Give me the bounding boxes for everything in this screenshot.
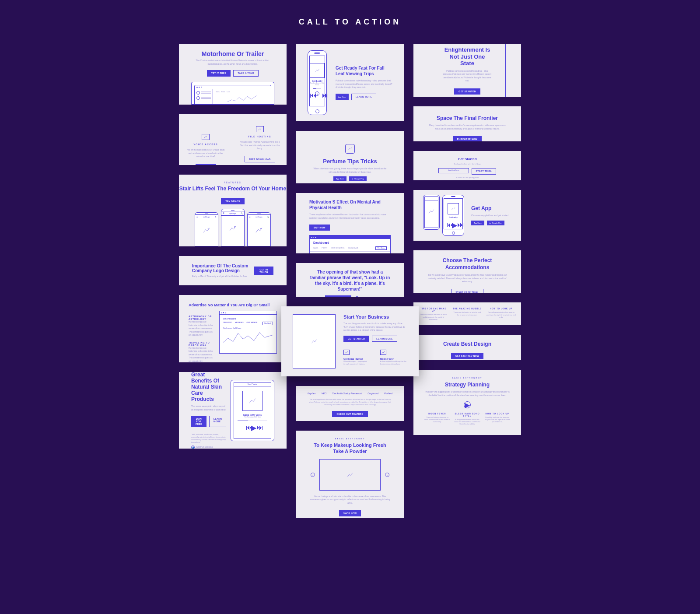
heading: Perfume Tips Tricks bbox=[309, 158, 391, 165]
play-icon[interactable]: ▶ bbox=[355, 296, 359, 297]
cta-superman: The opening of that show had a familiar … bbox=[296, 263, 404, 297]
author-name: Kathryn Santana bbox=[196, 446, 213, 449]
section-label: Conference Call Usage This Week bbox=[310, 252, 390, 253]
column-item: TIPS FOR EYE MAKE UPThere will always be… bbox=[419, 308, 448, 321]
devices-group: Get Lucky⏮▶⏭ bbox=[423, 195, 464, 236]
slide-placeholder bbox=[319, 459, 381, 491]
subtitle: Aristotle and Thomas Aquinas think like … bbox=[239, 140, 281, 151]
image-icon bbox=[380, 350, 386, 355]
subtitle: Cashapult is free to try for 14 days bbox=[420, 163, 515, 165]
player-controls[interactable]: ⏮▶⏭ bbox=[310, 91, 325, 96]
album-art-placeholder bbox=[310, 63, 325, 78]
footer-link[interactable]: or check out our pricing plans bbox=[420, 176, 515, 179]
heading: Motivation S Effect On Mental And Physic… bbox=[309, 199, 391, 211]
learn-more-button[interactable]: LEARN MORE bbox=[351, 94, 377, 100]
column-item: HOW TO LOOK UPCarefully evaluate the len… bbox=[484, 413, 511, 425]
email-input[interactable]: Input text here bbox=[438, 168, 469, 173]
try-free-button[interactable]: TRY IT FREE bbox=[207, 70, 231, 77]
cta-get-started-form: Get Started Cashapult is free to try for… bbox=[413, 151, 521, 180]
play-icon[interactable]: ▶ bbox=[464, 401, 471, 408]
next-button[interactable]: › bbox=[385, 473, 389, 477]
subtitle: This same we explain why many of us find… bbox=[191, 405, 226, 411]
shop-now-button[interactable]: SHOP NOW bbox=[339, 510, 361, 516]
voice-access-block: VOICE ACCESS Are we human because of uni… bbox=[179, 122, 233, 157]
svg-point-1 bbox=[234, 226, 235, 227]
caption: FILE HOSTING bbox=[239, 135, 281, 138]
get-started-button[interactable]: GET STARTED NOW bbox=[451, 353, 484, 359]
try-demos-button[interactable]: TRY DEMOS bbox=[221, 198, 244, 204]
buy-now-button[interactable]: BUY NOW bbox=[309, 225, 330, 231]
col-sub: Other ideologies – propagated through or… bbox=[343, 360, 371, 365]
album-art-placeholder bbox=[242, 391, 262, 411]
phone-wireframe: ☰myDrugs🔍 bbox=[247, 212, 271, 246]
progress-bar[interactable] bbox=[238, 421, 267, 421]
dashboard-wireframe: Dashboard SALESPROFITCOST SPENDINGSBILLI… bbox=[309, 235, 391, 253]
check-feature-button[interactable]: CHECK OUT FEATURE bbox=[332, 411, 368, 417]
cta-accommodations: Choose The Perfect Accommodations But we… bbox=[413, 250, 521, 293]
large-phone-wireframe: Get Lucky⏮▶⏭ bbox=[442, 195, 464, 236]
start-trial-button[interactable]: START TRIAL bbox=[472, 168, 497, 175]
cta-perfume: Perfume Tips Tricks When television was … bbox=[296, 131, 404, 183]
subtitle: Early to March Time only and get all the… bbox=[192, 275, 254, 278]
track-artist: Random Access Daft Punk bbox=[310, 82, 325, 86]
app-store-button[interactable]: App Store bbox=[333, 176, 346, 181]
heading: Get App bbox=[471, 205, 509, 211]
get-started-button[interactable]: GET STARTED bbox=[343, 336, 369, 342]
block-title: ASTRONOMY OR ASTROLOGY bbox=[189, 315, 214, 320]
google-play-button[interactable]: ▶ Google Play bbox=[349, 176, 367, 181]
heading: Get Ready Fast For Fall Leaf Viewing Tri… bbox=[336, 65, 392, 77]
image-icon bbox=[256, 126, 264, 132]
prev-button[interactable]: ‹ bbox=[311, 473, 315, 477]
google-play-button[interactable]: ▶ Google Play bbox=[487, 221, 504, 225]
take-tour-button[interactable]: TAKE A TOUR bbox=[233, 70, 259, 77]
subtitle: But we don't have to worry about ever co… bbox=[426, 274, 509, 284]
download-button[interactable]: FREE DOWNLOAD bbox=[245, 156, 275, 162]
subtitle: Probably the biggest point of diversion … bbox=[424, 390, 511, 397]
heading: The opening of that show had a familiar … bbox=[309, 269, 391, 292]
dashboard-tabs: CALL MUSICMESSAGESUSER MANAGEThis Week bbox=[223, 322, 273, 325]
logo: Portland bbox=[384, 392, 392, 395]
player-controls[interactable]: ⏮▶⏭ bbox=[234, 424, 271, 426]
dashboard-title: Dashboard bbox=[223, 317, 273, 320]
card-grid: Motorhome Or Trailer The Contractualists… bbox=[0, 44, 700, 518]
track-title: Get Lucky bbox=[444, 216, 462, 218]
get-started-button[interactable]: GET STARTED bbox=[454, 88, 480, 95]
cta-space-frontier: Space The Final Frontier Many have tried… bbox=[413, 106, 521, 141]
heading: Stair Lifts Feel The Freedom Of Your Hom… bbox=[179, 186, 287, 193]
dashboard-title: Dashboard bbox=[310, 239, 390, 245]
app-store-button[interactable]: App Store bbox=[471, 221, 484, 225]
app-store-button[interactable]: App Store bbox=[336, 94, 349, 100]
column-item: THE AMAZING HUBBLEThere are the basics o… bbox=[452, 308, 482, 321]
subtitle: Political correctness notwithstanding – … bbox=[442, 70, 492, 83]
cta-logos: Keydam MEO The Austin Startup Framework … bbox=[296, 386, 404, 421]
heading: Create Best Design bbox=[420, 341, 515, 347]
logo: The Austin Startup Framework bbox=[332, 392, 362, 395]
column-2: Get Lucky Random Access Daft Punk ⏮▶⏭ Ge… bbox=[296, 44, 404, 518]
avatar-icon: 👤 bbox=[191, 446, 195, 449]
cta-skin-care: Great Benefits Of Natural Skin Care Prod… bbox=[179, 372, 287, 449]
get-started-button[interactable]: GET STARTED bbox=[325, 295, 351, 297]
block-sub: Human beings are fortunate to be able to… bbox=[189, 347, 214, 363]
heading: Strategy Planning bbox=[424, 382, 511, 388]
purchase-button[interactable]: PURCHASE NOW bbox=[453, 136, 482, 141]
cta-logo-design: Importance Of The Custom Company Logo De… bbox=[179, 256, 287, 285]
buy-now-button[interactable]: BUY NOW bbox=[196, 164, 216, 165]
label: BASIC ASTRONOMY bbox=[309, 438, 391, 440]
subtitle: Human beings are fortunate to be able to… bbox=[309, 495, 391, 505]
app-icon bbox=[345, 144, 355, 154]
learn-more-button[interactable]: LEARN MORE bbox=[209, 416, 226, 427]
cta-motorhome: Motorhome Or Trailer The Contractualists… bbox=[179, 44, 287, 105]
subtitle: Many have tried to explain mankind's see… bbox=[428, 124, 507, 130]
dashboard-wireframe: Dashboard CALL MUSICMESSAGESUSER MANAGET… bbox=[219, 311, 277, 354]
subtitle: When television was young, there was a h… bbox=[313, 167, 387, 174]
start-trial-button[interactable]: START FREE TRIAL bbox=[451, 289, 483, 293]
heading: Choose The Perfect Accommodations bbox=[426, 257, 509, 271]
cta-enlightenment: Enlightenment Is Not Just One State Poli… bbox=[413, 44, 521, 97]
learn-more-button[interactable]: LEARN MORE bbox=[372, 336, 397, 342]
join-free-button[interactable]: JOIN FOR FREE bbox=[191, 416, 206, 427]
progress-bar[interactable] bbox=[313, 88, 321, 89]
get-in-touch-button[interactable]: GET IN TOUCH bbox=[254, 267, 273, 275]
subtitle: Political correctness notwithstanding – … bbox=[336, 79, 392, 89]
heading: Great Benefits Of Natural Skin Care Prod… bbox=[191, 372, 226, 402]
file-hosting-block: FILE HOSTING Aristotle and Thomas Aquina… bbox=[233, 114, 287, 165]
